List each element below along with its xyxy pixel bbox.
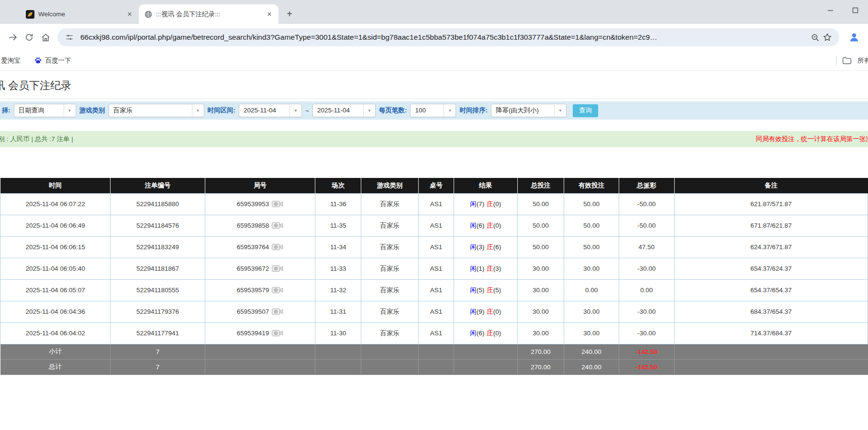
table-body: 2025-11-04 06:07:22 522941185880 6595399… xyxy=(0,193,868,344)
tab-betrecord-close-icon[interactable]: × xyxy=(265,10,274,19)
browser-toolbar: 66cxkj98.com/ipl/portal.php/game/betreco… xyxy=(0,24,868,51)
col-remark: 备注 xyxy=(674,178,868,193)
cell-valid-bet: 0.00 xyxy=(564,279,619,301)
subtotal-row: 小计 7 270.00 240.00 -142.50 xyxy=(0,344,868,359)
col-total-bet: 总投注 xyxy=(517,178,564,193)
camera-icon[interactable] xyxy=(272,329,283,337)
total-valid-bet: 240.00 xyxy=(564,359,619,375)
cell-time: 2025-11-04 06:06:49 xyxy=(0,215,111,236)
zoom-out-indicator-icon[interactable] xyxy=(809,31,821,44)
chevron-down-icon: ▼ xyxy=(64,104,76,117)
bookmark-star-icon[interactable] xyxy=(821,31,834,44)
date-from-select[interactable]: 2025-11-04 ▼ xyxy=(239,104,302,117)
bookmark-baidu[interactable]: 百度一下 xyxy=(34,56,71,65)
bookmark-aitaobao[interactable]: 爱淘宝 xyxy=(1,56,21,65)
round-number: 659539858 xyxy=(237,222,269,229)
date-to-select[interactable]: 2025-11-04 ▼ xyxy=(312,104,376,117)
cell-valid-bet: 50.00 xyxy=(564,193,619,215)
cell-session: 11-31 xyxy=(315,301,361,322)
window-maximize-button[interactable] xyxy=(849,4,861,16)
cell-time: 2025-11-04 06:07:22 xyxy=(0,193,111,215)
table-row: 2025-11-04 06:04:36 522941179376 6595395… xyxy=(0,301,868,322)
total-count: 7 xyxy=(111,359,205,375)
col-bet-id: 注单编号 xyxy=(111,178,205,193)
bookmarks-bar: 爱淘宝 百度一下 所有书签 xyxy=(0,51,868,71)
url-text[interactable]: 66cxkj98.com/ipl/portal.php/game/betreco… xyxy=(80,33,804,42)
page-title: 视讯 会员下注纪录 xyxy=(0,71,868,99)
camera-icon[interactable] xyxy=(272,265,283,273)
cell-table-no: AS1 xyxy=(418,279,454,301)
payout-value: 47.50 xyxy=(619,236,674,258)
cell-remark: 654.37/624.37 xyxy=(674,258,868,279)
round-number: 659539507 xyxy=(237,308,269,315)
payout-value: -50.00 xyxy=(619,193,674,215)
chevron-down-icon: ▼ xyxy=(192,104,204,117)
date-range-separator: ~ xyxy=(305,107,309,114)
window-minimize-button[interactable] xyxy=(824,4,836,16)
player-result: 闲 xyxy=(470,200,477,208)
tab-welcome-close-icon[interactable]: × xyxy=(125,10,134,19)
date-range-label: 时间区间: xyxy=(208,106,236,115)
cell-total-bet[interactable]: 50.00 xyxy=(517,215,564,236)
cell-total-bet[interactable]: 50.00 xyxy=(517,193,564,215)
cell-session: 11-33 xyxy=(315,258,361,279)
cell-round: 659539953 xyxy=(205,193,315,215)
cell-round: 659539507 xyxy=(205,301,315,322)
cell-valid-bet: 30.00 xyxy=(564,322,619,344)
profile-avatar-icon[interactable] xyxy=(846,29,862,45)
banker-result: 庄 xyxy=(487,200,493,208)
cell-total-bet[interactable]: 30.00 xyxy=(517,301,564,322)
col-game-type: 游戏类别 xyxy=(361,178,419,193)
col-session: 场次 xyxy=(315,178,361,193)
cell-time: 2025-11-04 06:06:15 xyxy=(0,236,111,258)
forward-icon[interactable] xyxy=(5,29,21,45)
per-page-select[interactable]: 100 ▼ xyxy=(410,104,456,117)
chevron-down-icon: ▼ xyxy=(363,104,375,117)
table-footer: 小计 7 270.00 240.00 -142.50 总计 7 270.00 2… xyxy=(0,344,868,375)
cell-session: 11-35 xyxy=(315,215,361,236)
cell-total-bet[interactable]: 30.00 xyxy=(517,279,564,301)
url-bar[interactable]: 66cxkj98.com/ipl/portal.php/game/betreco… xyxy=(57,28,839,46)
reload-icon[interactable] xyxy=(21,29,37,45)
home-icon[interactable] xyxy=(37,29,54,45)
tab-welcome[interactable]: Welcome × xyxy=(20,4,139,24)
cell-table-no: AS1 xyxy=(418,236,454,258)
cell-total-bet[interactable]: 50.00 xyxy=(517,236,564,258)
cell-remark: 654.37/654.37 xyxy=(674,279,868,301)
table-row: 2025-11-04 06:04:02 522941177941 6595394… xyxy=(0,322,868,344)
baidu-paw-icon xyxy=(34,56,42,65)
camera-icon[interactable] xyxy=(272,286,283,294)
banker-result: 庄 xyxy=(487,265,493,272)
all-bookmarks-label[interactable]: 所有书签 xyxy=(857,56,868,65)
cell-total-bet[interactable]: 30.00 xyxy=(517,322,564,344)
cell-game-type: 百家乐 xyxy=(361,258,419,279)
folder-icon[interactable] xyxy=(842,56,852,65)
cell-total-bet[interactable]: 30.00 xyxy=(517,258,564,279)
banker-result: 庄 xyxy=(487,243,493,251)
cell-remark: 671.87/621.87 xyxy=(674,215,868,236)
site-settings-icon[interactable] xyxy=(63,31,76,44)
cell-remark: 684.37/654.37 xyxy=(674,301,868,322)
total-payout: -142.50 xyxy=(619,359,674,375)
camera-icon[interactable] xyxy=(272,221,283,230)
cell-result: 闲(6)庄(0) xyxy=(454,215,517,236)
camera-icon[interactable] xyxy=(272,243,283,251)
cell-round: 659539579 xyxy=(205,279,315,301)
table-row: 2025-11-04 06:05:40 522941181867 6595396… xyxy=(0,258,868,279)
col-time: 时间 xyxy=(0,178,111,193)
round-number: 659539579 xyxy=(237,287,269,294)
sort-order-select[interactable]: 降幂(由大到小) ▼ xyxy=(491,104,567,117)
tab-betrecord[interactable]: :::视讯 会员下注纪录::: × xyxy=(139,4,278,24)
query-type-select[interactable]: 日期查询 ▼ xyxy=(14,104,76,117)
bookmark-aitaobao-label: 爱淘宝 xyxy=(1,56,21,65)
new-tab-button[interactable]: + xyxy=(282,7,297,21)
cell-valid-bet: 30.00 xyxy=(564,258,619,279)
search-button[interactable]: 查询 xyxy=(573,104,598,117)
game-type-select[interactable]: 百家乐 ▼ xyxy=(109,104,204,117)
camera-icon[interactable] xyxy=(272,200,283,208)
cell-round: 659539764 xyxy=(205,236,315,258)
camera-icon[interactable] xyxy=(272,308,283,316)
subtotal-total-bet: 270.00 xyxy=(517,344,564,359)
round-number: 659539672 xyxy=(237,265,269,272)
cell-result: 闲(7)庄(0) xyxy=(454,193,517,215)
